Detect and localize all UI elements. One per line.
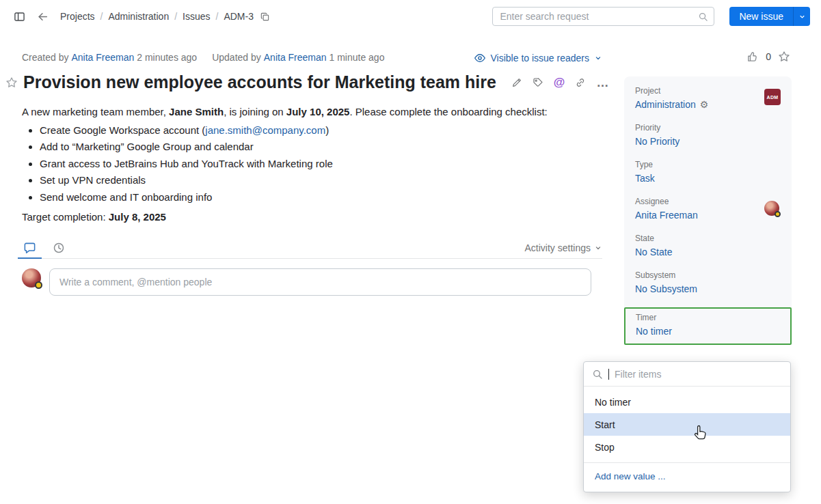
breadcrumb: Projects / Administration / Issues / ADM… xyxy=(60,10,271,23)
field-type-value[interactable]: Task xyxy=(635,173,781,184)
filter-items-input[interactable] xyxy=(615,369,782,380)
email-link[interactable]: jane.smith@company.com xyxy=(205,124,325,136)
field-label: Timer xyxy=(636,313,780,322)
search-input[interactable] xyxy=(500,11,698,22)
breadcrumb-administration[interactable]: Administration xyxy=(108,11,169,22)
chevron-down-icon xyxy=(594,54,602,62)
field-assignee: Assignee Anita Freeman xyxy=(635,197,781,221)
field-label: Project xyxy=(635,86,781,96)
field-subsystem: Subsystem No Subsystem xyxy=(635,270,781,294)
field-label: State xyxy=(635,234,781,243)
field-label: Type xyxy=(635,160,781,169)
list-item: Add to “Marketing” Google Group and cale… xyxy=(40,139,596,156)
updated-meta: Updated byAnita Freeman 1 minute ago xyxy=(212,52,387,63)
field-type: Type Task xyxy=(635,160,781,184)
field-timer: Timer No timer xyxy=(624,307,792,345)
breadcrumb-separator: / xyxy=(174,11,177,22)
page-title: Provision new employee accounts for Mark… xyxy=(23,72,496,92)
title-row: Provision new employee accounts for Mark… xyxy=(5,72,607,92)
new-issue-split-button: New issue xyxy=(729,7,810,26)
thumbs-up-icon[interactable] xyxy=(746,51,759,63)
field-priority: Priority No Priority xyxy=(635,123,781,147)
target-completion: Target completion: July 8, 2025 xyxy=(22,209,596,226)
eye-icon xyxy=(474,52,486,64)
updated-user-link[interactable]: Anita Freeman xyxy=(264,52,327,63)
comment-field[interactable] xyxy=(49,268,591,296)
star-vote-icon[interactable] xyxy=(778,51,790,63)
search-box[interactable] xyxy=(492,7,714,26)
mention-icon[interactable]: @ xyxy=(554,77,565,88)
field-timer-value[interactable]: No timer xyxy=(636,326,780,337)
field-priority-value[interactable]: No Priority xyxy=(635,136,781,147)
tab-comments[interactable] xyxy=(22,238,38,258)
field-subsystem-value[interactable]: No Subsystem xyxy=(635,283,781,294)
field-state-value[interactable]: No State xyxy=(635,247,781,257)
description-intro: A new marketing team member, Jane Smith,… xyxy=(22,104,596,121)
star-issue-icon[interactable] xyxy=(5,76,18,89)
field-label: Priority xyxy=(635,123,781,132)
field-label: Subsystem xyxy=(635,270,781,280)
comment-input[interactable] xyxy=(59,277,581,288)
field-project-value[interactable]: Administration ⚙ xyxy=(635,99,781,110)
votes-count: 0 xyxy=(766,51,771,62)
activity-settings-label: Activity settings xyxy=(525,242,591,253)
timer-dropdown: No timer Start Stop Add new value ... xyxy=(583,361,791,492)
more-actions-icon[interactable]: … xyxy=(596,79,608,86)
dropdown-list: No timer Start Stop xyxy=(584,387,790,462)
new-issue-button[interactable]: New issue xyxy=(729,7,793,26)
list-item: Set up VPN credentials xyxy=(40,172,596,189)
dropdown-item-no-timer[interactable]: No timer xyxy=(584,391,790,413)
activity-tabs: Activity settings xyxy=(22,238,602,259)
clock-history-icon xyxy=(53,242,65,254)
issue-meta-row: Created byAnita Freeman 2 minutes ago Up… xyxy=(0,52,821,66)
new-issue-dropdown-button[interactable] xyxy=(793,7,810,26)
visibility-selector[interactable]: Visible to issue readers xyxy=(474,52,602,64)
dropdown-item-stop[interactable]: Stop xyxy=(584,436,790,458)
edit-pencil-icon[interactable] xyxy=(511,77,522,88)
reactions-group: 0 xyxy=(746,51,790,63)
gear-icon[interactable]: ⚙ xyxy=(700,100,709,109)
visibility-label: Visible to issue readers xyxy=(491,53,589,64)
field-state: State No State xyxy=(635,234,781,257)
breadcrumb-projects[interactable]: Projects xyxy=(60,11,95,22)
dropdown-filter-row[interactable] xyxy=(584,362,790,387)
chevron-down-icon xyxy=(594,244,602,252)
created-user-link[interactable]: Anita Freeman xyxy=(71,52,134,63)
tab-history[interactable] xyxy=(51,238,66,258)
link-icon[interactable] xyxy=(575,77,586,88)
copy-id-icon[interactable] xyxy=(259,10,271,23)
tag-icon[interactable] xyxy=(533,77,543,88)
breadcrumb-issues[interactable]: Issues xyxy=(183,11,210,22)
comment-row xyxy=(22,268,591,296)
created-meta: Created byAnita Freeman 2 minutes ago xyxy=(22,52,200,63)
breadcrumb-separator: / xyxy=(100,11,103,22)
avatar-badge xyxy=(775,211,781,217)
issue-description: A new marketing team member, Jane Smith,… xyxy=(22,104,596,226)
add-new-value-link[interactable]: Add new value ... xyxy=(595,471,666,481)
list-item: Grant access to JetBrains Hub and YouTra… xyxy=(40,156,596,173)
sidebar-toggle-icon[interactable] xyxy=(11,8,27,25)
issue-meta-text: Created byAnita Freeman 2 minutes ago Up… xyxy=(22,52,387,63)
top-bar: Projects / Administration / Issues / ADM… xyxy=(0,0,821,33)
field-label: Assignee xyxy=(635,197,781,206)
field-project: Project Administration ⚙ ADM xyxy=(635,86,781,110)
issue-fields-panel: Project Administration ⚙ ADM Priority No… xyxy=(624,76,792,345)
title-actions: @ … xyxy=(511,77,609,88)
avatar-badge xyxy=(35,281,42,289)
back-arrow-icon[interactable] xyxy=(34,8,51,25)
breadcrumb-issue-id[interactable]: ADM-3 xyxy=(224,11,254,22)
text-caret xyxy=(608,369,609,380)
search-icon xyxy=(698,12,708,22)
comment-bubble-icon xyxy=(23,242,36,255)
dropdown-item-start[interactable]: Start xyxy=(584,413,790,436)
onboarding-checklist: Create Google Workspace account (jane.sm… xyxy=(22,122,596,206)
avatar xyxy=(22,268,41,288)
dropdown-footer: Add new value ... xyxy=(584,462,790,492)
field-assignee-value[interactable]: Anita Freeman xyxy=(635,210,781,221)
activity-settings-button[interactable]: Activity settings xyxy=(525,242,602,253)
breadcrumb-separator: / xyxy=(216,11,219,22)
assignee-avatar xyxy=(764,201,779,216)
list-item: Create Google Workspace account (jane.sm… xyxy=(40,122,596,139)
project-avatar[interactable]: ADM xyxy=(764,89,781,105)
list-item: Send welcome and IT onboarding info xyxy=(40,189,596,206)
